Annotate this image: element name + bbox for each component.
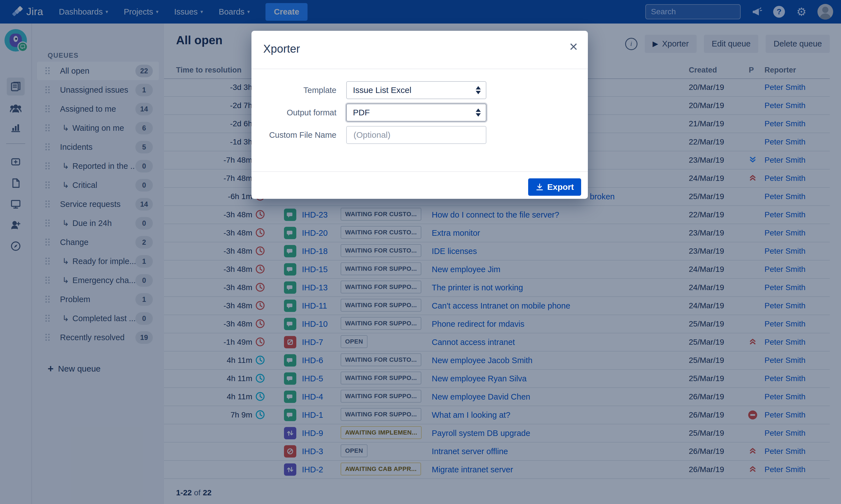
export-button[interactable]: Export [528, 178, 581, 196]
download-icon [535, 183, 544, 191]
close-icon[interactable]: × [569, 38, 578, 55]
output-format-label: Output format [252, 108, 337, 117]
dialog-header-divider [252, 69, 588, 69]
dialog-title: Xporter [263, 42, 300, 55]
custom-file-name-field-row: Custom File Name [252, 126, 588, 144]
output-format-field-row: Output format PDF [252, 104, 588, 122]
custom-file-name-box [346, 126, 486, 144]
custom-file-name-input[interactable] [353, 130, 480, 140]
template-select[interactable]: Issue List Excel [346, 81, 486, 99]
template-field-row: Template Issue List Excel [252, 81, 588, 99]
template-label: Template [252, 86, 337, 95]
dialog-footer-divider [252, 172, 588, 172]
select-stepper-icon [476, 86, 481, 94]
select-stepper-icon [476, 109, 481, 117]
xporter-dialog: Xporter × Template Issue List Excel Outp… [252, 31, 588, 199]
output-format-select[interactable]: PDF [346, 104, 486, 122]
custom-file-name-label: Custom File Name [252, 130, 337, 140]
